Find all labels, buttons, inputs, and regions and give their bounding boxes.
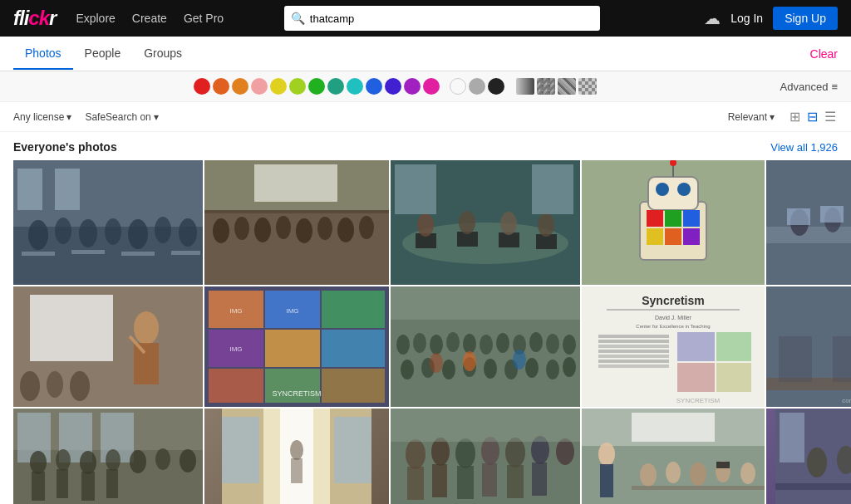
svg-point-4 xyxy=(79,219,97,247)
photo-item[interactable] xyxy=(391,409,580,504)
color-orange[interactable] xyxy=(213,78,229,95)
login-button[interactable]: Log In xyxy=(730,12,763,25)
photo-item[interactable] xyxy=(204,409,389,504)
svg-point-24 xyxy=(337,218,354,242)
svg-rect-80 xyxy=(322,330,385,367)
svg-rect-159 xyxy=(334,417,371,483)
tab-photos[interactable]: Photos xyxy=(13,38,73,70)
svg-point-103 xyxy=(442,360,455,379)
color-pink[interactable] xyxy=(251,78,268,95)
svg-point-163 xyxy=(406,439,426,469)
photo-item[interactable]: Syncretism David J. Miller Center for Ex… xyxy=(582,286,765,407)
svg-text:Syncretism: Syncretism xyxy=(642,294,704,307)
svg-rect-10 xyxy=(71,250,105,254)
tab-people[interactable]: People xyxy=(73,38,133,70)
search-input[interactable] xyxy=(310,12,593,25)
svg-rect-136 xyxy=(833,336,851,382)
color-lime[interactable] xyxy=(289,78,306,95)
color-green[interactable] xyxy=(308,78,325,95)
svg-rect-47 xyxy=(683,210,700,227)
section-title: Everyone's photos xyxy=(13,140,117,154)
svg-rect-197 xyxy=(775,483,851,490)
svg-rect-174 xyxy=(507,465,524,498)
color-dark[interactable] xyxy=(488,78,504,95)
advanced-icon: ≡ xyxy=(831,81,838,93)
upload-icon[interactable]: ☁ xyxy=(704,8,721,28)
gradient-swatch[interactable] xyxy=(516,78,534,95)
svg-point-165 xyxy=(455,438,475,468)
svg-rect-89 xyxy=(391,286,580,320)
pattern-swatch[interactable] xyxy=(558,78,576,95)
advanced-button[interactable]: Advanced ≡ xyxy=(780,81,838,93)
color-teal[interactable] xyxy=(327,78,344,95)
svg-point-144 xyxy=(30,451,47,474)
svg-rect-124 xyxy=(598,365,669,368)
svg-point-105 xyxy=(484,359,497,379)
svg-point-101 xyxy=(401,360,414,379)
color-red[interactable] xyxy=(194,78,210,95)
mosaic-swatch[interactable] xyxy=(537,78,555,95)
advanced-label: Advanced xyxy=(780,81,829,93)
svg-point-68 xyxy=(134,311,159,345)
svg-rect-42 xyxy=(648,177,698,210)
svg-text:David J. Miller: David J. Miller xyxy=(655,315,692,321)
photo-item[interactable]: IMG IMG IMG SYNCRETISM xyxy=(204,286,389,407)
signup-button[interactable]: Sign Up xyxy=(773,7,838,30)
svg-rect-83 xyxy=(322,369,385,403)
svg-point-73 xyxy=(70,371,90,401)
svg-point-182 xyxy=(640,463,657,487)
svg-rect-118 xyxy=(598,335,669,338)
svg-rect-61 xyxy=(787,208,810,225)
color-magenta[interactable] xyxy=(423,78,440,95)
photo-item[interactable] xyxy=(391,160,580,285)
svg-point-184 xyxy=(690,462,706,486)
grid-view-button[interactable]: ⊞ xyxy=(788,107,802,126)
checkerboard-swatch[interactable] xyxy=(578,78,597,95)
color-blue[interactable] xyxy=(366,78,382,95)
flickr-logo[interactable]: flickr xyxy=(13,7,56,30)
mosaic-view-button[interactable]: ⊟ xyxy=(805,107,819,126)
photo-item[interactable] xyxy=(204,160,389,285)
color-dark-orange[interactable] xyxy=(232,78,248,95)
color-indigo[interactable] xyxy=(385,78,401,95)
svg-rect-79 xyxy=(265,330,320,367)
view-all-link[interactable]: View all 1,926 xyxy=(770,141,838,154)
svg-point-95 xyxy=(480,335,493,355)
color-purple[interactable] xyxy=(404,78,421,95)
photo-item[interactable]: conference xyxy=(766,286,851,407)
svg-rect-69 xyxy=(134,343,159,384)
photo-grid: IMG IMG IMG SYNCRETISM xyxy=(13,160,838,504)
color-white[interactable] xyxy=(450,78,466,95)
photo-item[interactable] xyxy=(13,160,203,285)
svg-rect-171 xyxy=(432,464,447,497)
svg-point-20 xyxy=(254,218,271,242)
photo-item[interactable] xyxy=(766,160,851,285)
license-dropdown[interactable]: Any license ▾ xyxy=(13,111,71,123)
list-view-button[interactable]: ☰ xyxy=(823,107,838,126)
tab-groups[interactable]: Groups xyxy=(132,38,194,70)
sort-label: Relevant xyxy=(728,111,767,123)
clear-button[interactable]: Clear xyxy=(810,47,838,61)
photo-item[interactable] xyxy=(391,286,580,407)
svg-point-148 xyxy=(130,450,146,473)
photo-item[interactable] xyxy=(13,409,203,504)
photo-item[interactable] xyxy=(582,409,765,504)
svg-point-5 xyxy=(105,218,121,245)
photo-item[interactable] xyxy=(766,409,851,504)
nav-create[interactable]: Create xyxy=(132,12,167,25)
nav-explore[interactable]: Explore xyxy=(76,12,115,25)
svg-rect-191 xyxy=(780,413,804,462)
photo-item[interactable] xyxy=(582,160,765,285)
svg-rect-12 xyxy=(171,251,200,255)
svg-rect-154 xyxy=(106,469,118,498)
color-light-grey[interactable] xyxy=(469,78,485,95)
svg-point-35 xyxy=(459,211,475,234)
color-yellow[interactable] xyxy=(270,78,287,95)
sort-chevron: ▾ xyxy=(770,111,775,123)
svg-rect-38 xyxy=(395,164,436,214)
photo-item[interactable] xyxy=(13,286,203,407)
safesearch-dropdown[interactable]: SafeSearch on ▾ xyxy=(85,111,158,123)
nav-get-pro[interactable]: Get Pro xyxy=(184,12,224,25)
color-cyan[interactable] xyxy=(347,78,363,95)
sort-dropdown[interactable]: Relevant ▾ xyxy=(728,111,775,123)
